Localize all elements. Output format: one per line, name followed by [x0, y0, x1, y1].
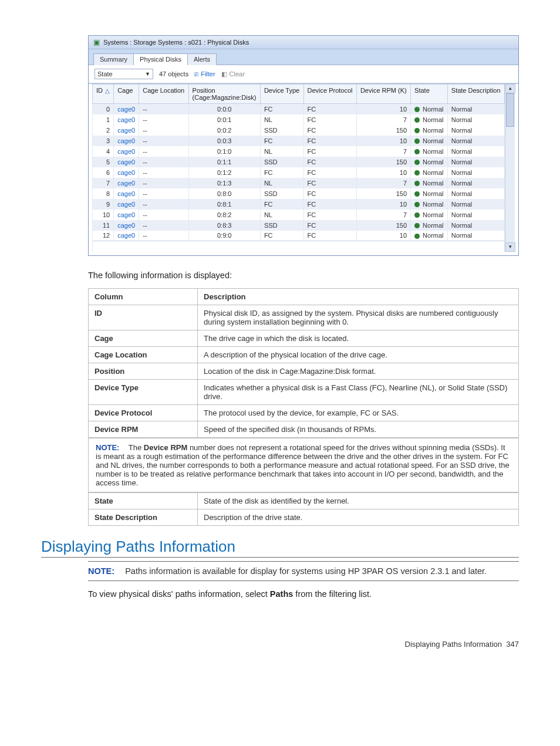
tab-summary[interactable]: Summary — [93, 53, 134, 65]
table-row[interactable]: 0cage0--0:0:0FCFC10NormalNormal — [93, 104, 505, 114]
cell-rpm: 150 — [356, 125, 410, 136]
section-title: Displaying Paths Information — [41, 538, 519, 558]
cell-cage[interactable]: cage0 — [114, 178, 139, 188]
col-state-desc[interactable]: State Description — [447, 85, 504, 104]
cell-cage[interactable]: cage0 — [114, 231, 139, 241]
cell-state: Normal — [411, 167, 448, 178]
col-cage[interactable]: Cage — [114, 85, 139, 104]
paths-body-text: To view physical disks' paths informatio… — [88, 589, 519, 599]
col-id[interactable]: ID△ — [93, 85, 114, 104]
col-device-rpm[interactable]: Device RPM (K) — [356, 85, 410, 104]
cell-cage[interactable]: cage0 — [114, 210, 139, 220]
clear-link[interactable]: ◧ Clear — [221, 70, 245, 78]
state-dropdown[interactable]: State ▼ — [95, 69, 153, 79]
physical-disks-table[interactable]: ID△ Cage Cage Location Position(Cage:Mag… — [92, 84, 505, 252]
col-cage-location[interactable]: Cage Location — [139, 85, 188, 104]
desc-term: Device Protocol — [89, 404, 198, 421]
column-description-table-2: StateState of the disk as identified by … — [88, 492, 519, 526]
cell-device-type: FC — [260, 167, 303, 178]
cell-state-desc: Normal — [447, 167, 504, 178]
status-dot-icon — [414, 202, 420, 207]
col-device-protocol[interactable]: Device Protocol — [303, 85, 356, 104]
filter-icon: ⎚ — [194, 70, 198, 77]
toolbar: State ▼ 47 objects ⎚ Filter ◧ Clear — [89, 65, 518, 83]
cell-position: 0:0:3 — [188, 136, 260, 146]
desc-row: StateState of the disk as identified by … — [89, 492, 519, 509]
cell-cage[interactable]: cage0 — [114, 220, 139, 231]
cell-cage[interactable]: cage0 — [114, 136, 139, 146]
cell-cage[interactable]: cage0 — [114, 146, 139, 157]
cell-cage[interactable]: cage0 — [114, 157, 139, 167]
cell-position: 0:8:2 — [188, 210, 260, 220]
table-row[interactable]: 6cage0--0:1:2FCFC10NormalNormal — [93, 167, 505, 178]
status-dot-icon — [414, 223, 420, 228]
cell-cage-location: -- — [139, 125, 188, 136]
cell-id: 0 — [93, 104, 114, 114]
intro-text: The following information is displayed: — [88, 271, 519, 280]
cell-state-desc: Normal — [447, 178, 504, 188]
cell-cage-location: -- — [139, 199, 188, 210]
scroll-track[interactable] — [505, 93, 515, 242]
cell-cage[interactable]: cage0 — [114, 114, 139, 125]
cell-state-desc: Normal — [447, 146, 504, 157]
desc-row: Cage LocationA description of the physic… — [89, 346, 519, 363]
cell-cage[interactable]: cage0 — [114, 167, 139, 178]
tab-physical-disks[interactable]: Physical Disks — [133, 53, 188, 65]
cell-position: 0:0:0 — [188, 104, 260, 114]
desc-row: State DescriptionDescription of the driv… — [89, 509, 519, 525]
table-row[interactable]: 4cage0--0:1:0NLFC7NormalNormal — [93, 146, 505, 157]
cell-state: Normal — [411, 231, 448, 241]
eraser-icon: ◧ — [221, 70, 227, 78]
status-dot-icon — [414, 107, 420, 112]
cell-cage-location: -- — [139, 231, 188, 241]
desc-def: State of the disk as identified by the k… — [198, 492, 519, 509]
desc-def: Description of the drive state. — [198, 509, 519, 525]
paths-note: NOTE: Paths information is available for… — [88, 561, 519, 581]
cell-position: 0:1:3 — [188, 178, 260, 188]
cell-cage-location: -- — [139, 178, 188, 188]
tab-alerts[interactable]: Alerts — [187, 53, 217, 65]
col-state[interactable]: State — [411, 85, 448, 104]
scroll-down-icon[interactable]: ▾ — [505, 242, 515, 252]
table-row[interactable]: 11cage0--0:8:3SSDFC150NormalNormal — [93, 220, 505, 231]
desc-row: Device TypeIndicates whether a physical … — [89, 379, 519, 404]
filter-link[interactable]: ⎚ Filter — [194, 70, 215, 77]
table-row[interactable]: 8cage0--0:8:0SSDFC150NormalNormal — [93, 188, 505, 199]
cell-cage[interactable]: cage0 — [114, 199, 139, 210]
scroll-thumb[interactable] — [506, 93, 514, 127]
cell-device-type: NL — [260, 210, 303, 220]
cell-state: Normal — [411, 188, 448, 199]
scroll-up-icon[interactable]: ▴ — [505, 84, 515, 93]
table-row[interactable]: 2cage0--0:0:2SSDFC150NormalNormal — [93, 125, 505, 136]
col-device-type[interactable]: Device Type — [260, 85, 303, 104]
cell-cage[interactable]: cage0 — [114, 188, 139, 199]
cell-state: Normal — [411, 199, 448, 210]
cell-position: 0:0:1 — [188, 114, 260, 125]
table-row[interactable]: 10cage0--0:8:2NLFC7NormalNormal — [93, 210, 505, 220]
cell-id: 6 — [93, 167, 114, 178]
column-description-table: Column Description IDPhysical disk ID, a… — [88, 288, 519, 438]
col-position[interactable]: Position(Cage:Magazine:Disk) — [188, 85, 260, 104]
desc-row: PositionLocation of the disk in Cage:Mag… — [89, 363, 519, 379]
status-dot-icon — [414, 160, 420, 165]
cell-state-desc: Normal — [447, 114, 504, 125]
cell-device-protocol: FC — [303, 167, 356, 178]
cell-cage-location: -- — [139, 220, 188, 231]
cell-state: Normal — [411, 114, 448, 125]
status-dot-icon — [414, 191, 420, 197]
cell-cage[interactable]: cage0 — [114, 125, 139, 136]
cell-state-desc: Normal — [447, 210, 504, 220]
cell-device-type: SSD — [260, 220, 303, 231]
table-row[interactable]: 5cage0--0:1:1SSDFC150NormalNormal — [93, 157, 505, 167]
desc-def: Indicates whether a physical disk is a F… — [198, 379, 519, 404]
table-row[interactable]: 1cage0--0:0:1NLFC7NormalNormal — [93, 114, 505, 125]
table-row[interactable]: 9cage0--0:8:1FCFC10NormalNormal — [93, 199, 505, 210]
cell-device-protocol: FC — [303, 114, 356, 125]
cell-cage[interactable]: cage0 — [114, 104, 139, 114]
table-row[interactable]: 7cage0--0:1:3NLFC7NormalNormal — [93, 178, 505, 188]
cell-device-type: FC — [260, 136, 303, 146]
table-scrollbar[interactable]: ▴ ▾ — [505, 84, 515, 252]
table-row[interactable]: 3cage0--0:0:3FCFC10NormalNormal — [93, 136, 505, 146]
cell-cage-location: -- — [139, 210, 188, 220]
table-row[interactable]: 12cage0--0:9:0FCFC10NormalNormal — [93, 231, 505, 241]
